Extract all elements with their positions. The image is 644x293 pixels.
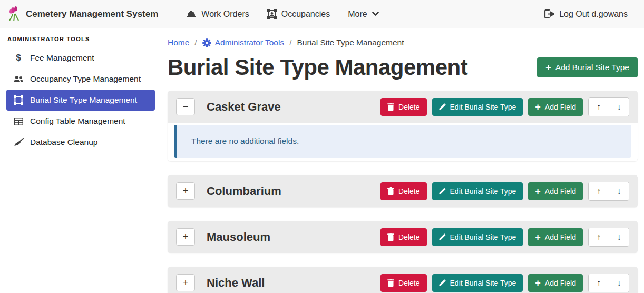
logout-link[interactable]: Log Out d.gowans — [535, 0, 637, 28]
panel-title: Niche Wall — [207, 276, 380, 290]
pencil-icon — [439, 188, 446, 194]
move-up-button[interactable]: ↑ — [589, 274, 609, 292]
occupancy-frame-icon — [267, 9, 277, 19]
gear-icon — [202, 38, 211, 47]
add-field-label: Add Field — [545, 279, 576, 287]
panel-actions: Delete Edit Burial Site Type + Add Field… — [380, 182, 629, 201]
trash-icon — [387, 103, 394, 111]
delete-button[interactable]: Delete — [380, 98, 426, 116]
edit-burial-site-type-button[interactable]: Edit Burial Site Type — [432, 228, 523, 246]
add-field-button[interactable]: + Add Field — [528, 228, 583, 246]
add-field-label: Add Field — [545, 187, 576, 196]
logout-label: Log Out d.gowans — [559, 9, 628, 19]
breadcrumb-separator: / — [289, 38, 291, 47]
expand-toggle-button[interactable]: + — [176, 228, 195, 246]
delete-button[interactable]: Delete — [380, 274, 426, 292]
move-up-button[interactable]: ↑ — [589, 182, 609, 200]
sidebar-item-occupancy-type-management[interactable]: Occupancy Type Management — [6, 69, 155, 90]
page-title: Burial Site Type Management — [168, 55, 467, 80]
panel-header: + Mausoleum Delete Edit Burial Site Type… — [168, 221, 638, 253]
sidebar: ADMINISTRATOR TOOLS $ Fee Management Occ… — [0, 28, 161, 293]
move-down-button[interactable]: ↓ — [609, 228, 629, 246]
pencil-icon — [439, 103, 446, 110]
breadcrumb-current: Burial Site Type Management — [297, 38, 404, 47]
title-row: Burial Site Type Management + Add Burial… — [168, 55, 638, 80]
sidebar-item-label: Occupancy Type Management — [30, 74, 141, 84]
panel-title: Mausoleum — [207, 230, 380, 244]
pencil-icon — [439, 233, 446, 240]
nav-more-label: More — [348, 9, 367, 19]
tulip-logo-icon — [7, 6, 21, 22]
sidebar-item-burial-site-type-management[interactable]: Burial Site Type Management — [6, 90, 155, 111]
edit-burial-site-type-button[interactable]: Edit Burial Site Type — [432, 274, 523, 292]
add-field-button[interactable]: + Add Field — [528, 182, 583, 200]
panel-niche-wall: + Niche Wall Delete Edit Burial Site Typ… — [168, 267, 638, 293]
breadcrumb-home-link[interactable]: Home — [168, 38, 189, 47]
nav-work-orders[interactable]: Work Orders — [177, 0, 258, 28]
edit-label: Edit Burial Site Type — [450, 233, 516, 241]
table-icon — [12, 118, 25, 125]
move-up-button[interactable]: ↑ — [589, 98, 609, 116]
delete-label: Delete — [398, 233, 419, 241]
panel-title: Casket Grave — [207, 100, 380, 114]
edit-burial-site-type-button[interactable]: Edit Burial Site Type — [432, 98, 523, 116]
move-up-button[interactable]: ↑ — [589, 228, 609, 246]
pencil-icon — [439, 279, 446, 286]
edit-label: Edit Burial Site Type — [450, 103, 516, 111]
chevron-down-icon — [372, 12, 379, 16]
hard-hat-icon — [186, 10, 197, 18]
delete-button[interactable]: Delete — [380, 182, 426, 200]
breadcrumb-separator: / — [194, 38, 197, 47]
add-field-label: Add Field — [545, 233, 576, 241]
panel-header: + Niche Wall Delete Edit Burial Site Typ… — [168, 267, 638, 293]
edit-burial-site-type-button[interactable]: Edit Burial Site Type — [432, 182, 523, 200]
panel-actions: Delete Edit Burial Site Type + Add Field… — [380, 228, 629, 247]
edit-label: Edit Burial Site Type — [450, 187, 516, 196]
move-down-button[interactable]: ↓ — [609, 274, 629, 292]
nav-occupancies[interactable]: Occupancies — [258, 0, 339, 28]
add-field-button[interactable]: + Add Field — [528, 98, 583, 116]
move-down-button[interactable]: ↓ — [609, 98, 629, 116]
collapse-toggle-button[interactable]: − — [176, 98, 195, 115]
sidebar-item-label: Config Table Management — [30, 116, 125, 126]
reorder-button-group: ↑ ↓ — [588, 228, 629, 247]
plus-icon: + — [545, 63, 551, 72]
reorder-button-group: ↑ ↓ — [588, 274, 629, 292]
expand-toggle-button[interactable]: + — [176, 182, 195, 200]
panel-actions: Delete Edit Burial Site Type + Add Field… — [380, 274, 629, 292]
plus-icon: + — [535, 278, 541, 288]
delete-button[interactable]: Delete — [380, 228, 426, 246]
delete-label: Delete — [398, 279, 419, 287]
sidebar-item-config-table-management[interactable]: Config Table Management — [6, 111, 155, 132]
breadcrumb-admin-tools-link[interactable]: Administrator Tools — [202, 38, 285, 47]
panel-mausoleum: + Mausoleum Delete Edit Burial Site Type… — [168, 221, 638, 253]
no-fields-alert: There are no additional fields. — [174, 125, 631, 158]
trash-icon — [387, 279, 394, 287]
add-field-label: Add Field — [545, 103, 576, 111]
delete-label: Delete — [398, 103, 419, 111]
edit-label: Edit Burial Site Type — [450, 279, 516, 287]
panel-columbarium: + Columbarium Delete Edit Burial Site Ty… — [168, 175, 638, 207]
main-content: Home / — [161, 28, 644, 293]
expand-toggle-button[interactable]: + — [176, 274, 195, 291]
plus-icon: + — [535, 232, 541, 242]
add-burial-site-type-button[interactable]: + Add Burial Site Type — [537, 57, 638, 77]
panel-title: Columbarium — [207, 184, 380, 198]
sidebar-item-label: Database Cleanup — [30, 138, 97, 147]
sidebar-heading: ADMINISTRATOR TOOLS — [6, 36, 155, 42]
add-field-button[interactable]: + Add Field — [528, 274, 583, 292]
breadcrumb: Home / — [168, 38, 638, 47]
top-navbar: Cemetery Management System Work Orders — [0, 0, 644, 28]
nav-work-orders-label: Work Orders — [201, 9, 249, 19]
plus-icon: + — [535, 102, 541, 112]
move-down-button[interactable]: ↓ — [609, 182, 629, 200]
users-icon — [12, 75, 25, 83]
sidebar-item-label: Burial Site Type Management — [30, 95, 137, 105]
trash-icon — [387, 233, 394, 241]
sidebar-item-fee-management[interactable]: $ Fee Management — [6, 47, 155, 69]
sidebar-item-database-cleanup[interactable]: Database Cleanup — [6, 132, 155, 153]
trash-icon — [387, 187, 394, 195]
vector-square-icon — [12, 95, 25, 105]
brand[interactable]: Cemetery Management System — [7, 6, 158, 22]
nav-more[interactable]: More — [339, 0, 387, 28]
